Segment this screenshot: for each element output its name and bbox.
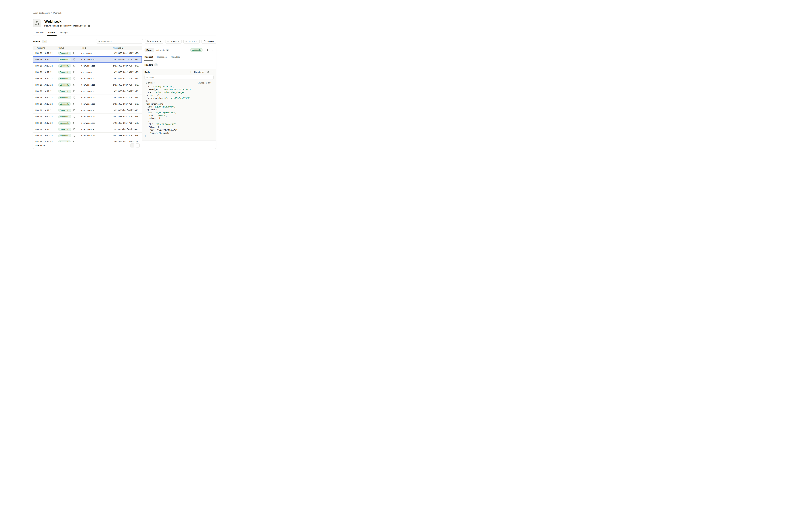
- search-icon: [98, 40, 100, 42]
- copy-url-icon[interactable]: [88, 25, 90, 27]
- table-row[interactable]: NOV 18 10:17:22Successfuluser.createdb49…: [33, 82, 142, 88]
- events-count-badge: 472: [42, 40, 47, 43]
- panel-tab-event[interactable]: Event: [145, 48, 154, 52]
- status-filter-button[interactable]: Status: [165, 39, 182, 44]
- cell-topic: user.created: [81, 52, 113, 54]
- retry-icon[interactable]: [73, 134, 75, 137]
- breadcrumb-parent[interactable]: Event Destinations: [33, 12, 50, 14]
- headers-count-badge: 3: [154, 63, 158, 66]
- table-body: NOV 18 10:17:22Successfuluser.createdb49…: [33, 50, 142, 142]
- table-row[interactable]: NOV 18 10:17:22Successfuluser.createdb49…: [33, 114, 142, 120]
- tab-events[interactable]: Events: [46, 31, 57, 36]
- table-row[interactable]: NOV 18 10:17:22Successfuluser.createdb49…: [33, 88, 142, 94]
- retry-icon[interactable]: [73, 122, 75, 124]
- cell-message-id: b4925365-b8cf-42b7-a76…: [113, 65, 142, 67]
- chevron-down-icon: [178, 40, 179, 42]
- panel-tab-attempts[interactable]: Attempts 3: [156, 49, 169, 52]
- cell-topic: user.created: [81, 109, 113, 111]
- status-badge: Successful: [58, 96, 71, 99]
- collapse-all-button[interactable]: Collapse all ↑: [197, 82, 213, 84]
- table-row[interactable]: NOV 18 10:17:22Successfuluser.createdb49…: [33, 63, 142, 69]
- events-total: 472 events: [35, 144, 46, 147]
- table-row[interactable]: NOV 18 10:17:22Successfuluser.createdb49…: [33, 56, 142, 63]
- json-line: "name": "Requests": [145, 132, 213, 134]
- retry-icon[interactable]: [73, 141, 75, 142]
- attempts-count-badge: 3: [166, 49, 169, 52]
- topics-filter-button[interactable]: Topics: [184, 39, 200, 44]
- retry-icon[interactable]: [73, 84, 75, 86]
- table-row[interactable]: NOV 18 10:17:22Successfuluser.createdb49…: [33, 75, 142, 82]
- retry-icon[interactable]: [73, 52, 75, 54]
- table-row[interactable]: NOV 18 10:17:22Successfuluser.createdb49…: [33, 50, 142, 56]
- events-card: Timestamp Status Topic Message ID NOV 18…: [33, 46, 216, 149]
- table-row[interactable]: NOV 18 10:17:22Successfuluser.createdb49…: [33, 120, 142, 126]
- headers-section-toggle[interactable]: Headers 3: [142, 61, 216, 69]
- tab-overview[interactable]: Overview: [33, 31, 46, 36]
- tab-response[interactable]: Response: [157, 54, 167, 61]
- retry-icon[interactable]: [73, 71, 75, 73]
- cell-topic: user.created: [81, 65, 113, 67]
- retry-icon[interactable]: [73, 128, 75, 131]
- status-badge: Successful: [58, 140, 71, 142]
- json-line: "previous_plan_id": "aezmBVpPksWVY6FT": [145, 97, 213, 99]
- json-line: "id": "5HycQYuqK3eF5a2v",: [145, 111, 213, 114]
- retry-icon[interactable]: [73, 109, 75, 111]
- cell-timestamp: NOV 18 10:17:22: [35, 116, 58, 118]
- cell-message-id: b4925365-b8cf-42b7-a76…: [113, 135, 142, 137]
- page-header: Webhook http://mock.hookdeck.com/webhook…: [33, 19, 216, 27]
- cell-topic: user.created: [81, 77, 113, 80]
- json-body-viewer: "id": "P2NoRtyZoTc46X3B","created_at": "…: [145, 85, 213, 137]
- retry-icon[interactable]: [73, 58, 75, 61]
- json-root-toggle[interactable]: {1 item ↑: [145, 82, 155, 84]
- retry-event-icon[interactable]: [207, 49, 209, 51]
- pagination-prev-button[interactable]: [130, 144, 134, 148]
- table-row[interactable]: NOV 18 10:17:22Successfuluser.createdb49…: [33, 69, 142, 75]
- tab-settings[interactable]: Settings: [58, 31, 70, 36]
- cell-status: Successful: [58, 52, 81, 55]
- copy-body-icon[interactable]: [207, 71, 209, 73]
- column-header-topic: Topic: [81, 47, 113, 49]
- json-line: }: [145, 134, 213, 137]
- retry-icon[interactable]: [73, 115, 75, 118]
- chevron-down-icon[interactable]: [212, 64, 213, 66]
- status-badge: Successful: [58, 71, 71, 74]
- filter-by-id-input[interactable]: [101, 40, 141, 42]
- table-row[interactable]: NOV 18 10:17:22Successfuluser.createdb49…: [33, 133, 142, 139]
- cell-topic: user.created: [81, 96, 113, 99]
- cell-timestamp: NOV 18 10:17:22: [35, 109, 58, 111]
- retry-icon[interactable]: [73, 103, 75, 105]
- retry-icon[interactable]: [73, 96, 75, 99]
- pagination-next-button[interactable]: [136, 144, 139, 148]
- structured-mode-toggle[interactable]: {} Structured: [190, 71, 204, 73]
- webhook-icon: [35, 21, 39, 25]
- breadcrumb-current: Webhook: [53, 12, 61, 14]
- refresh-button[interactable]: Refresh: [202, 39, 216, 44]
- table-row[interactable]: NOV 18 10:17:22Successfuluser.createdb49…: [33, 94, 142, 101]
- retry-icon[interactable]: [73, 77, 75, 80]
- status-badge: Successful: [58, 121, 71, 125]
- column-header-status: Status: [58, 47, 81, 49]
- table-row[interactable]: NOV 18 10:17:22Successfuluser.createdb49…: [33, 101, 142, 107]
- retry-icon[interactable]: [73, 64, 75, 67]
- table-row[interactable]: NOV 18 10:17:22Successfuluser.createdb49…: [33, 126, 142, 133]
- cell-status: Successful: [58, 128, 81, 131]
- chevron-up-icon[interactable]: [212, 71, 213, 73]
- event-status-badge: Successful: [190, 49, 203, 52]
- retry-icon[interactable]: [73, 90, 75, 92]
- status-badge: Successful: [58, 58, 71, 61]
- body-filter-input[interactable]: [149, 76, 212, 79]
- cell-timestamp: NOV 18 10:17:22: [35, 128, 58, 131]
- tab-metadata[interactable]: Metadata: [171, 54, 180, 61]
- table-row[interactable]: NOV 18 10:17:22Successfuluser.createdb49…: [33, 139, 142, 142]
- close-panel-icon[interactable]: [211, 49, 213, 51]
- cell-timestamp: NOV 18 10:17:22: [35, 65, 58, 67]
- cell-message-id: b4925365-b8cf-42b7-a76…: [113, 52, 142, 54]
- cell-topic: user.created: [81, 84, 113, 86]
- cell-message-id: b4925365-b8cf-42b7-a76…: [113, 90, 142, 92]
- cell-topic: user.created: [81, 116, 113, 118]
- table-row[interactable]: NOV 18 10:17:22Successfuluser.createdb49…: [33, 107, 142, 114]
- webhook-url: http://mock.hookdeck.com/webhooks/events: [44, 25, 87, 27]
- time-range-button[interactable]: Last 24h: [145, 39, 164, 44]
- tab-request[interactable]: Request: [145, 54, 153, 61]
- cell-timestamp: NOV 18 10:17:22: [35, 96, 58, 99]
